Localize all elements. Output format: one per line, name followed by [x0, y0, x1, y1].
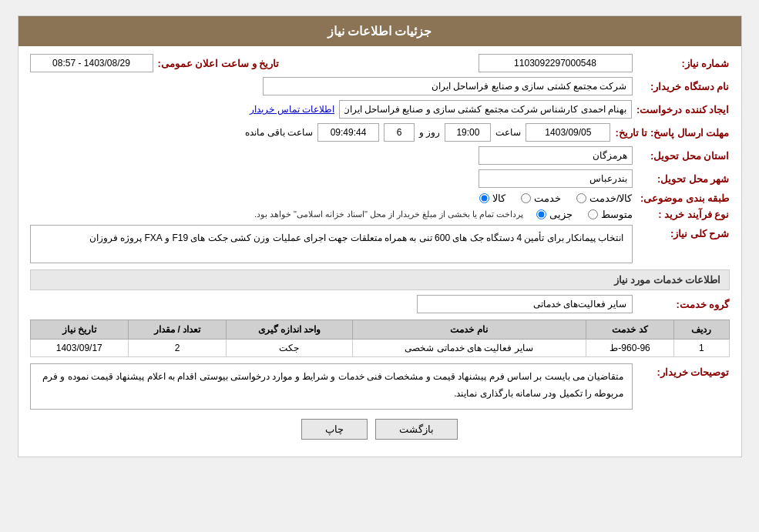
content-area: شماره نیاز: تاریخ و ساعت اعلان عمومی: نا… — [18, 46, 741, 457]
tabaqe-khadamat-item: خدمت — [521, 192, 561, 204]
ijad-label: ایجاد کننده درخواست: — [636, 104, 730, 115]
col-radif: ردیف — [674, 320, 729, 340]
goroh-label: گروه خدمت: — [637, 299, 730, 310]
tarikh-label: تاریخ و ساعت اعلان عمومی: — [158, 58, 280, 69]
tabaqe-khadamat-label: خدمت — [534, 192, 561, 204]
col-nam: نام خدمت — [352, 320, 586, 340]
mohlat-saat-input[interactable] — [445, 123, 491, 142]
cell-tarikh: 1403/09/17 — [30, 340, 128, 357]
cell-tedad: 2 — [128, 340, 226, 357]
dastgah-label: نام دستگاه خریدار: — [637, 81, 730, 92]
back-button[interactable]: بازگشت — [375, 419, 458, 440]
row-mohlat: مهلت ارسال پاسخ: تا تاریخ: ساعت روز و سا… — [30, 123, 730, 142]
table-row: 1960-96-طسایر فعالیت های خدماتی شخصیجکت2… — [30, 340, 729, 357]
cell-nam: سایر فعالیت های خدماتی شخصی — [352, 340, 586, 357]
saat-label: ساعت — [495, 127, 521, 138]
tabaqe-label: طبقه بندی موضوعی: — [637, 192, 730, 204]
shomara-label: شماره نیاز: — [637, 58, 730, 69]
row-shahr: شهر محل تحویل: — [30, 169, 730, 188]
print-button[interactable]: چاپ — [301, 419, 368, 440]
tabaqe-kala-khadamat-item: کالا/خدمت — [576, 192, 633, 204]
motavaset-label: متوسط — [601, 209, 633, 220]
baqi-label: ساعت باقی مانده — [245, 127, 313, 138]
dastgah-input[interactable] — [263, 77, 633, 95]
tabaqe-kala-khadamat-radio[interactable] — [576, 193, 586, 203]
main-container: جزئیات اطلاعات نیاز شماره نیاز: تاریخ و … — [18, 15, 742, 457]
col-kod: کد خدمت — [586, 320, 674, 340]
ijad-input[interactable] — [339, 100, 632, 119]
tosiyat-box: متقاضیان می بایست بر اساس فرم پیشنهاد قی… — [30, 363, 633, 410]
ijad-link[interactable]: اطلاعات تماس خریدار — [250, 104, 334, 115]
sharh-text: انتخاب پیمانکار برای تأمین 4 دستگاه جک ه… — [89, 233, 624, 243]
row-shomara: شماره نیاز: تاریخ و ساعت اعلان عمومی: — [30, 54, 730, 72]
header-title: جزئیات اطلاعات نیاز — [327, 25, 432, 38]
tosiyat-text: متقاضیان می بایست بر اساس فرم پیشنهاد قی… — [42, 371, 623, 399]
farayand-radio-group: متوسط جزیی — [536, 209, 633, 220]
button-row: بازگشت چاپ — [30, 419, 730, 440]
header-bar: جزئیات اطلاعات نیاز — [18, 16, 741, 46]
col-tedad: تعداد / مقدار — [128, 320, 226, 340]
tabaqe-kala-item: کالا — [479, 192, 505, 204]
row-tosiyat: توصیحات خریدار: متقاضیان می بایست بر اسا… — [30, 363, 730, 410]
tarikh-input[interactable] — [30, 54, 153, 72]
ostan-input[interactable] — [479, 146, 633, 165]
row-farayand: نوع فرآیند خرید : متوسط جزیی پرداخت تمام… — [30, 209, 730, 220]
sharh-label: شرح کلی نیاز: — [637, 225, 730, 239]
mohlat-label: مهلت ارسال پاسخ: تا تاریخ: — [615, 127, 729, 139]
cell-kod: 960-96-ط — [586, 340, 674, 357]
col-vahed: واحد اندازه گیری — [227, 320, 352, 340]
mohlat-date-input[interactable] — [526, 123, 610, 142]
row-dastgah: نام دستگاه خریدار: — [30, 77, 730, 95]
services-table-container: ردیف کد خدمت نام خدمت واحد اندازه گیری ت… — [30, 320, 730, 357]
row-tabaqe: طبقه بندی موضوعی: کالا/خدمت خدمت کالا — [30, 192, 730, 204]
mohlat-rooz-input[interactable] — [384, 123, 415, 142]
shomara-input[interactable] — [479, 54, 633, 72]
row-ijad: ایجاد کننده درخواست: اطلاعات تماس خریدار — [30, 100, 730, 119]
cell-vahed: جکت — [227, 340, 352, 357]
tabaqe-kala-khadamat-label: کالا/خدمت — [589, 192, 633, 204]
farayand-motavaset-item: متوسط — [588, 209, 633, 220]
ostan-label: استان محل تحویل: — [637, 150, 730, 162]
row-sharh: شرح کلی نیاز: انتخاب پیمانکار برای تأمین… — [30, 225, 730, 263]
farayand-label: نوع فرآیند خرید : — [637, 209, 730, 220]
tabaqe-kala-radio[interactable] — [479, 193, 489, 203]
tabaqe-kala-label: کالا — [492, 192, 505, 204]
tosiyat-label: توصیحات خریدار: — [637, 363, 730, 378]
tabaqe-khadamat-radio[interactable] — [521, 193, 531, 203]
cell-radif: 1 — [674, 340, 729, 357]
services-table: ردیف کد خدمت نام خدمت واحد اندازه گیری ت… — [30, 320, 730, 357]
sharh-box: انتخاب پیمانکار برای تأمین 4 دستگاه جک ه… — [30, 225, 633, 263]
farayand-jozei-item: جزیی — [536, 209, 573, 220]
col-tarikh: تاریخ نیاز — [30, 320, 128, 340]
goroh-input[interactable] — [417, 295, 633, 313]
rooz-label: روز و — [419, 127, 440, 138]
tabaqe-radio-group: کالا/خدمت خدمت کالا — [479, 192, 633, 204]
jozei-label: جزیی — [549, 209, 573, 220]
row-goroh: گروه خدمت: — [30, 295, 730, 313]
services-section-header: اطلاعات خدمات مورد نیاز — [30, 269, 730, 290]
shahr-label: شهر محل تحویل: — [637, 173, 730, 185]
shahr-input[interactable] — [479, 169, 633, 188]
farayand-motavaset-radio[interactable] — [588, 209, 598, 219]
row-ostan: استان محل تحویل: — [30, 146, 730, 165]
farayand-desc: پرداخت تمام یا بخشی از مبلغ خریدار از مح… — [254, 209, 524, 219]
farayand-jozei-radio[interactable] — [536, 209, 546, 219]
mohlat-baqi-input[interactable] — [317, 123, 379, 142]
